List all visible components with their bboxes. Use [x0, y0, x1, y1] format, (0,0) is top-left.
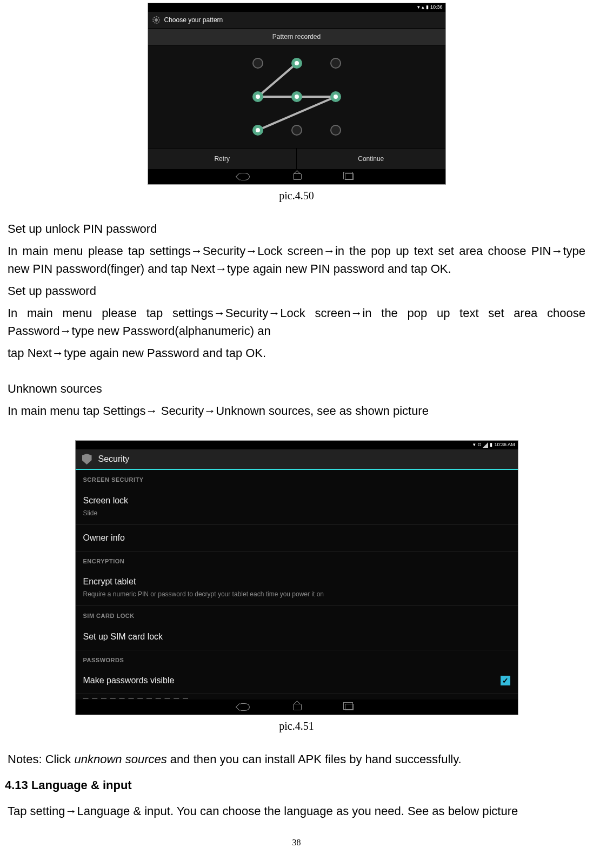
- page-number: 38: [8, 836, 585, 849]
- pattern-dot[interactable]: [252, 125, 263, 136]
- body-text: In main menu please tap settings→Securit…: [8, 304, 585, 340]
- checkbox-checked-icon[interactable]: ✓: [501, 676, 510, 685]
- pattern-dot[interactable]: [330, 91, 341, 102]
- figure-caption: pic.4.50: [8, 187, 585, 204]
- home-icon[interactable]: [293, 173, 302, 180]
- pattern-area[interactable]: [148, 45, 445, 148]
- screen-lock-item[interactable]: Screen lock Slide: [76, 488, 518, 525]
- pattern-dot[interactable]: [291, 91, 302, 102]
- status-time: 10:36 AM: [494, 441, 515, 449]
- pattern-dot[interactable]: [330, 125, 341, 136]
- category-passwords: PASSWORDS: [76, 650, 518, 668]
- wifi-icon: ▾: [473, 441, 476, 449]
- sim-card-lock-item[interactable]: Set up SIM card lock: [76, 624, 518, 650]
- battery-icon: ▮: [426, 4, 429, 11]
- signal-icon: ▴: [422, 4, 424, 11]
- wifi-icon: ▾: [417, 4, 420, 11]
- back-icon[interactable]: [240, 173, 250, 180]
- security-settings-screenshot: ▾ G ▮ 10:36 AM Security SCREEN SECURITY …: [75, 440, 518, 715]
- title-text: Choose your pattern: [164, 15, 223, 25]
- item-title: Make passwords visible: [83, 674, 175, 687]
- header-title: Security: [98, 453, 130, 466]
- body-text: In main menu please tap settings→Securit…: [8, 242, 585, 278]
- pattern-dot[interactable]: [291, 58, 302, 69]
- item-title: Set up SIM card lock: [83, 630, 510, 643]
- encrypt-tablet-item[interactable]: Encrypt tablet Require a numeric PIN or …: [76, 569, 518, 606]
- shield-icon: [82, 454, 92, 465]
- pattern-dot[interactable]: [252, 58, 263, 69]
- continue-button[interactable]: Continue: [297, 149, 445, 169]
- owner-info-item[interactable]: Owner info: [76, 525, 518, 551]
- subheading-password: Set up password: [8, 282, 585, 300]
- notes-text: Notes: Click unknown sources and then yo…: [8, 750, 585, 768]
- retry-button[interactable]: Retry: [148, 149, 297, 169]
- passwords-visible-item[interactable]: Make passwords visible ✓: [76, 668, 518, 694]
- category-sim-lock: SIM CARD LOCK: [76, 606, 518, 624]
- section-heading: 4.13 Language & input: [5, 776, 585, 794]
- recent-apps-icon[interactable]: [345, 704, 354, 710]
- subheading-unknown: Unknown sources: [8, 380, 585, 398]
- figure-caption: pic.4.51: [8, 718, 585, 734]
- home-icon[interactable]: [293, 704, 302, 710]
- title-bar: Choose your pattern: [148, 12, 445, 28]
- status-time: 10:36: [430, 4, 443, 11]
- pattern-dot[interactable]: [252, 91, 263, 102]
- navigation-bar: [76, 699, 518, 715]
- pattern-dot[interactable]: [291, 125, 302, 136]
- body-text: tap Next→type again new Password and tap…: [8, 344, 585, 362]
- signal-label: G: [477, 441, 481, 449]
- battery-icon: ▮: [490, 441, 492, 449]
- category-screen-security: SCREEN SECURITY: [76, 470, 518, 488]
- navigation-bar: [148, 169, 445, 184]
- status-bar: ▾ G ▮ 10:36 AM: [76, 441, 518, 449]
- truncated-category: — — — — — — — — — — — —: [76, 694, 518, 699]
- item-title: Encrypt tablet: [83, 575, 510, 588]
- back-icon[interactable]: [240, 703, 250, 711]
- body-text: Tap setting→Language & input. You can ch…: [8, 802, 585, 820]
- item-title: Screen lock: [83, 494, 510, 507]
- pattern-dot[interactable]: [330, 58, 341, 69]
- category-encryption: ENCRYPTION: [76, 551, 518, 569]
- item-subtitle: Slide: [83, 508, 510, 518]
- subheading-pin: Set up unlock PIN password: [8, 220, 585, 238]
- security-header: Security: [76, 449, 518, 470]
- gear-icon: [152, 16, 160, 24]
- status-bar: ▾ ▴ ▮ 10:36: [148, 3, 445, 12]
- signal-icon: [483, 442, 488, 448]
- item-title: Owner info: [83, 531, 510, 544]
- toast-message: Pattern recorded: [148, 28, 445, 45]
- recent-apps-icon[interactable]: [345, 173, 354, 180]
- pattern-lock-screenshot: ▾ ▴ ▮ 10:36 Choose your pattern Pattern …: [148, 3, 446, 185]
- body-text: In main menu tap Settings→ Security→Unkn…: [8, 402, 585, 420]
- item-subtitle: Require a numeric PIN or password to dec…: [83, 589, 510, 599]
